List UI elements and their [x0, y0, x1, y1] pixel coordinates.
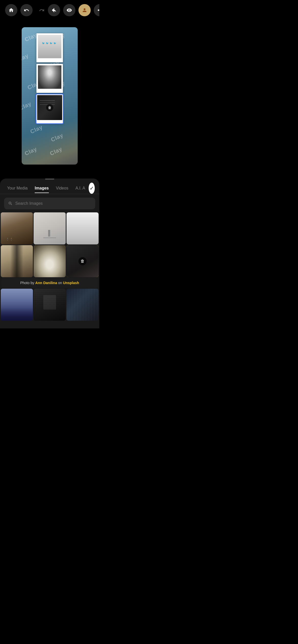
grid-cell-4[interactable]: [1, 245, 33, 277]
photo-image-1: [38, 35, 61, 58]
tab-your-media[interactable]: Your Media: [4, 183, 31, 193]
photo-inner-2: [38, 65, 61, 89]
grid-cell-delete-icon[interactable]: 🗑: [78, 257, 87, 265]
preview-icon: [66, 7, 72, 13]
image-grid-row1: 🕴🕴 🗑: [0, 212, 99, 277]
toolbar: [0, 0, 99, 18]
redo-icon: [39, 7, 45, 13]
toolbar-left: [5, 4, 48, 16]
tab-videos[interactable]: Videos: [52, 183, 72, 193]
cell-bg-10: [34, 289, 66, 321]
share-icon: [97, 7, 99, 13]
search-icon: [8, 201, 13, 206]
cell-bg-3: [66, 212, 99, 244]
redo-button[interactable]: [36, 4, 48, 16]
grid-cell-11[interactable]: [66, 289, 99, 321]
grid-cell-1[interactable]: 🕴🕴: [1, 212, 33, 244]
grid-cell-9[interactable]: [1, 289, 33, 321]
preview-button[interactable]: [63, 4, 75, 16]
cell-bg-2: [34, 212, 66, 244]
tab-ai-art[interactable]: A.I. A: [72, 183, 89, 193]
photo-image-2: [38, 65, 61, 89]
bottom-panel: Your Media Images Videos A.I. A ✓ 🕴🕴: [0, 179, 99, 328]
search-bar: [4, 198, 95, 209]
avatar-button[interactable]: [78, 4, 91, 16]
photo-image-3: 🗑: [37, 95, 62, 120]
photo-stack: 🗑: [36, 33, 63, 123]
svg-rect-0: [54, 8, 54, 12]
photo-inner-3: 🗑: [37, 95, 62, 120]
grid-cell-3[interactable]: [66, 212, 99, 244]
grid-cell-6[interactable]: 🗑: [66, 245, 99, 277]
drag-handle[interactable]: [45, 179, 54, 180]
canvas-area: Clay Clay Clay Clay Clay Clay Clay Clay …: [0, 18, 99, 176]
grid-cell-5[interactable]: [34, 245, 66, 277]
grid-cell-10[interactable]: [34, 289, 66, 321]
mockup-frame: Clay Clay Clay Clay Clay Clay Clay Clay …: [22, 27, 78, 165]
toolbar-right: [48, 4, 99, 16]
tab-images[interactable]: Images: [31, 183, 52, 193]
cell-bg-1: 🕴🕴: [1, 212, 33, 244]
photo-card-3[interactable]: 🗑: [36, 94, 63, 123]
tabs-underline: [0, 194, 99, 194]
cell-bg-4: [1, 245, 33, 277]
confirm-button[interactable]: ✓: [89, 183, 95, 194]
cell-bg-9: [1, 289, 33, 321]
split-button[interactable]: [48, 4, 60, 16]
cell-bg-11: [66, 289, 99, 321]
undo-icon: [24, 7, 29, 13]
photo-card-2[interactable]: [36, 64, 63, 93]
attribution-bar: Photo by Ann Danilina on Unsplash: [2, 278, 98, 288]
cell-bg-6: 🗑: [66, 245, 99, 277]
photo-delete-overlay[interactable]: 🗑: [46, 104, 53, 111]
grid-cell-2[interactable]: [34, 212, 66, 244]
share-button[interactable]: [94, 4, 99, 16]
split-icon: [51, 7, 57, 13]
undo-button[interactable]: [20, 4, 33, 16]
photo-card-1[interactable]: [36, 33, 63, 62]
home-icon: [8, 7, 14, 13]
cell-bg-5: [34, 245, 66, 277]
search-input[interactable]: [15, 201, 91, 206]
home-button[interactable]: [5, 4, 17, 16]
image-grid-row2: [0, 288, 99, 321]
tabs-row: Your Media Images Videos A.I. A ✓: [0, 183, 99, 194]
avatar-icon: [82, 7, 87, 13]
photo-inner-1: [38, 35, 61, 58]
